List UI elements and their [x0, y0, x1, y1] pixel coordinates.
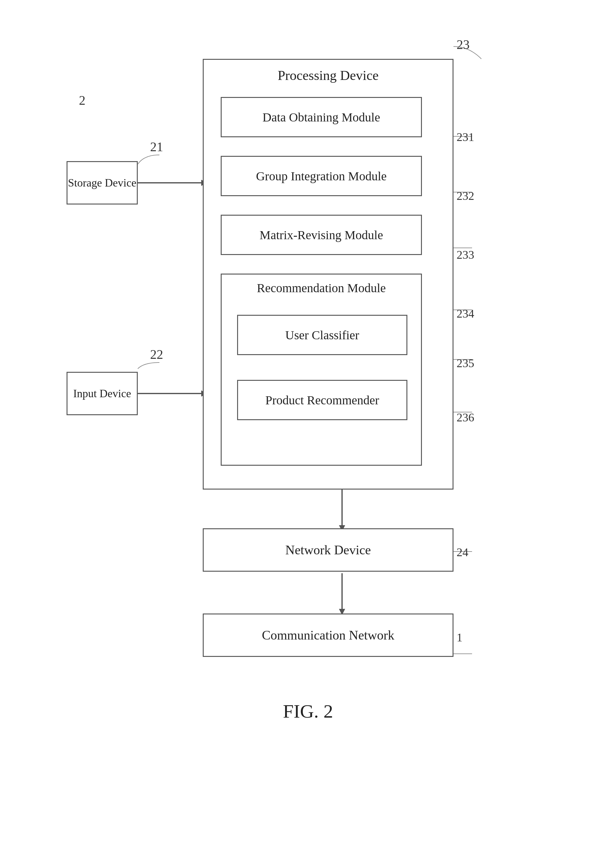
ref-24-label: 24	[457, 545, 468, 559]
ref-235-label: 235	[457, 356, 474, 370]
ref-231-label: 231	[457, 130, 474, 144]
network-device-box: Network Device	[203, 528, 454, 572]
matrix-revising-module-box: Matrix-Revising Module	[221, 215, 422, 255]
recommendation-module-label: Recommendation Module	[222, 281, 421, 295]
product-recommender-label: Product Recommender	[265, 393, 379, 407]
matrix-revising-module-label: Matrix-Revising Module	[260, 228, 383, 242]
ref-236-label: 236	[457, 411, 474, 424]
storage-device-label: Storage Device	[68, 176, 137, 189]
ref-1-label: 1	[457, 630, 462, 644]
ref-2-label: 2	[79, 93, 85, 108]
communication-network-box: Communication Network	[203, 613, 454, 657]
communication-network-label: Communication Network	[262, 628, 394, 643]
group-integration-module-label: Group Integration Module	[256, 169, 387, 183]
input-device-label: Input Device	[73, 387, 131, 400]
data-obtaining-module-label: Data Obtaining Module	[262, 110, 380, 124]
ref-21-label: 21	[150, 139, 163, 154]
group-integration-module-box: Group Integration Module	[221, 156, 422, 196]
product-recommender-box: Product Recommender	[237, 380, 407, 420]
ref-23-label: 23	[457, 37, 470, 52]
ref-232-label: 232	[457, 189, 474, 203]
ref-234-label: 234	[457, 307, 474, 320]
figure-title: FIG. 2	[60, 700, 556, 722]
input-device-box: Input Device	[66, 372, 138, 415]
processing-device-label: Processing Device	[204, 68, 453, 84]
user-classifier-box: User Classifier	[237, 315, 407, 355]
processing-device-outer-box: Processing Device Data Obtaining Module …	[203, 59, 454, 490]
recommendation-module-outer-box: Recommendation Module User Classifier Pr…	[221, 274, 422, 466]
data-obtaining-module-box: Data Obtaining Module	[221, 97, 422, 137]
user-classifier-label: User Classifier	[285, 328, 359, 342]
ref-22-label: 22	[150, 347, 163, 362]
storage-device-box: Storage Device	[66, 161, 138, 205]
network-device-label: Network Device	[285, 542, 371, 558]
ref-233-label: 233	[457, 248, 474, 262]
